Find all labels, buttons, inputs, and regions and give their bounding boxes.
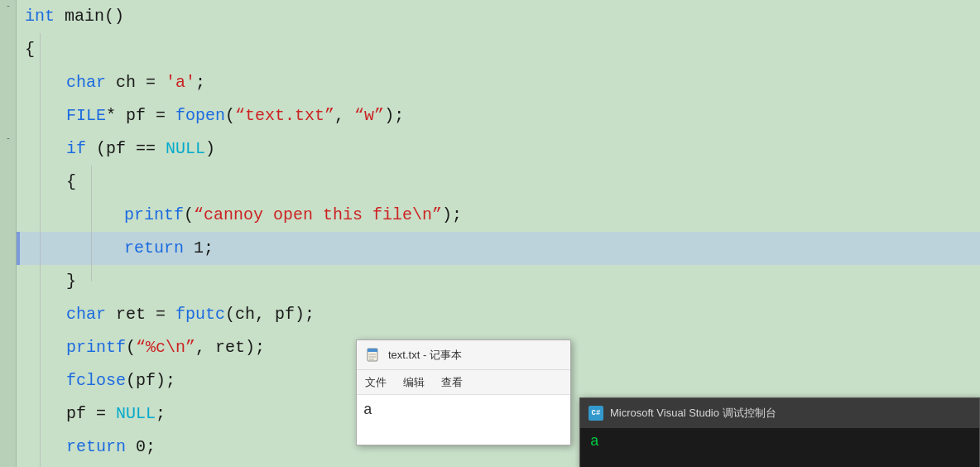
token: } [66,265,76,298]
token: if [66,132,86,166]
notepad-menubar: 文件 编辑 查看 [357,370,570,395]
code-line-7: printf ( “cannoy open this file\n” ); [17,199,980,232]
block-line-if [91,166,92,282]
token: int [25,0,55,33]
token: ; [156,397,166,431]
token: “text.txt” [235,99,334,132]
token: fopen [175,99,225,132]
notepad-title-text: text.txt - 记事本 [388,348,462,363]
token: printf [66,331,126,364]
vs-console-titlebar: C# Microsoft Visual Studio 调试控制台 [580,398,979,428]
code-line-4: FILE * pf = fopen ( “text.txt” , “w” ); [17,99,980,132]
code-line-8: return 1; [17,232,980,265]
token: printf [124,199,184,232]
block-line-main [40,33,41,467]
token: 1; [184,232,214,265]
token: char [66,66,106,99]
notepad-menu-view[interactable]: 查看 [441,375,463,390]
token: 0; [126,431,156,464]
token: , [334,99,354,132]
notepad-text: a [363,402,372,418]
svg-rect-1 [368,349,377,352]
collapse-if[interactable]: - [2,132,14,144]
token: ) [205,132,215,166]
notepad-menu-file[interactable]: 文件 [365,375,387,390]
token: (pf); [126,364,175,397]
token: { [25,33,35,66]
token: , ret); [195,331,265,364]
token: ( [184,199,194,232]
line-gutter: - - [0,0,17,467]
token: return [66,431,126,464]
token: fputc [175,298,225,331]
code-line-2: { [17,33,980,66]
token: (ch, pf); [225,298,315,331]
code-line-1: int main() [17,0,980,33]
token: 'a' [166,66,195,99]
token: NULL [166,132,205,166]
code-line-6: { [17,166,980,199]
code-line-3: char ch = 'a' ; [17,66,980,99]
token: “w” [354,99,384,132]
code-line-10: char ret = fputc (ch, pf); [17,298,980,331]
token: return [124,232,184,265]
token: (pf == [86,132,166,166]
notepad-app-icon [365,347,382,363]
token: pf = [66,397,116,431]
notepad-titlebar: text.txt - 记事本 [357,340,570,370]
notepad-menu-edit[interactable]: 编辑 [403,375,425,390]
code-line-9: } [17,265,980,298]
vs-console-text: a [590,433,599,450]
token: “cannoy open this file\n” [194,199,442,232]
vs-console-title: Microsoft Visual Studio 调试控制台 [610,406,776,421]
token: NULL [116,397,156,431]
token: ret = [106,298,175,331]
token: * pf = [106,99,175,132]
token: “%c\n” [136,331,195,364]
token: ); [384,99,404,132]
token: main() [65,0,124,33]
token: ch = [106,66,166,99]
token: FILE [66,99,106,132]
token: ( [225,99,235,132]
collapse-main[interactable]: - [2,0,14,12]
token: { [66,166,76,199]
notepad-window[interactable]: text.txt - 记事本 文件 编辑 查看 a [356,339,571,445]
token: ; [195,66,205,99]
code-line-5: if (pf == NULL ) [17,132,980,166]
vs-console-window[interactable]: C# Microsoft Visual Studio 调试控制台 a [579,397,980,467]
token: ( [126,331,136,364]
notepad-content: a [357,395,570,445]
vs-console-icon: C# [588,406,603,421]
token: ); [442,199,462,232]
token: fclose [66,364,126,397]
token: char [66,298,106,331]
token [55,0,65,33]
vs-console-content: a [580,428,979,467]
line-highlight-bar [17,232,20,265]
